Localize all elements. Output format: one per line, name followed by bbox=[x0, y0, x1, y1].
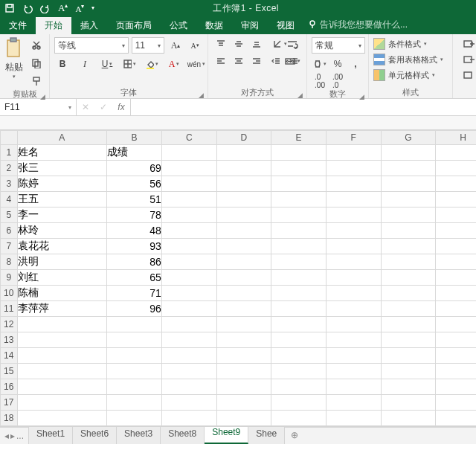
sheet-overflow[interactable]: ... bbox=[16, 431, 24, 441]
sheet-next-icon[interactable]: ▸ bbox=[10, 431, 15, 441]
cell[interactable] bbox=[216, 192, 271, 208]
cell[interactable] bbox=[271, 348, 327, 364]
cell[interactable]: 93 bbox=[107, 239, 162, 254]
cell[interactable]: 成绩 bbox=[107, 145, 162, 161]
cell[interactable] bbox=[271, 332, 327, 348]
cell[interactable] bbox=[326, 176, 381, 192]
cell[interactable] bbox=[381, 223, 436, 239]
cell[interactable] bbox=[161, 286, 216, 301]
cell[interactable] bbox=[381, 239, 436, 254]
save-icon[interactable] bbox=[4, 3, 15, 13]
cell[interactable] bbox=[271, 395, 327, 411]
cell[interactable] bbox=[326, 208, 381, 223]
cell[interactable] bbox=[326, 254, 381, 270]
sheet-tab[interactable]: Sheet9 bbox=[205, 424, 248, 444]
sheet-prev-icon[interactable]: ◂ bbox=[4, 431, 9, 441]
cell[interactable] bbox=[381, 176, 436, 192]
cell[interactable] bbox=[161, 426, 216, 428]
cell[interactable] bbox=[216, 223, 271, 239]
row-header[interactable]: 12 bbox=[1, 317, 18, 332]
conditional-format-button[interactable]: 条件格式▾ bbox=[373, 37, 448, 51]
cell[interactable] bbox=[107, 317, 162, 332]
cell[interactable]: 56 bbox=[107, 176, 162, 192]
cell[interactable]: 71 bbox=[107, 286, 162, 301]
col-header[interactable]: B bbox=[107, 131, 162, 145]
cell[interactable] bbox=[326, 301, 381, 317]
tab-page-layout[interactable]: 页面布局 bbox=[107, 17, 161, 34]
cell[interactable] bbox=[271, 301, 327, 317]
col-header[interactable]: G bbox=[381, 131, 436, 145]
cell[interactable] bbox=[381, 426, 436, 428]
row-header[interactable]: 11 bbox=[1, 301, 18, 317]
tab-view[interactable]: 视图 bbox=[268, 17, 303, 34]
row-header[interactable]: 4 bbox=[1, 192, 18, 208]
comma-icon[interactable]: , bbox=[347, 57, 364, 71]
merge-center-icon[interactable]: ▾ bbox=[283, 54, 302, 68]
table-row[interactable]: 17 bbox=[1, 395, 477, 411]
cell[interactable] bbox=[216, 348, 271, 364]
cell[interactable] bbox=[271, 426, 327, 428]
cell[interactable] bbox=[17, 348, 107, 364]
cell[interactable] bbox=[161, 192, 216, 208]
cell[interactable] bbox=[216, 317, 271, 332]
redo-icon[interactable] bbox=[40, 3, 51, 13]
sheet-tab[interactable]: Shee bbox=[248, 425, 285, 444]
cell[interactable] bbox=[17, 317, 107, 332]
format-painter-icon[interactable] bbox=[28, 74, 45, 88]
cell[interactable] bbox=[381, 348, 436, 364]
cell[interactable] bbox=[161, 239, 216, 254]
row-header[interactable]: 17 bbox=[1, 395, 18, 411]
row-header[interactable]: 18 bbox=[1, 411, 18, 426]
cell[interactable] bbox=[216, 161, 271, 176]
cell[interactable] bbox=[271, 208, 327, 223]
bold-button[interactable]: B bbox=[54, 57, 71, 71]
cell[interactable] bbox=[216, 364, 271, 379]
table-row[interactable]: 19 bbox=[1, 426, 477, 428]
cell[interactable] bbox=[381, 332, 436, 348]
tab-file[interactable]: 文件 bbox=[0, 17, 36, 34]
cell[interactable] bbox=[271, 270, 327, 286]
sheet-tab[interactable]: Sheet8 bbox=[161, 425, 205, 444]
decrease-decimal-icon[interactable]: .00.0 bbox=[329, 74, 346, 88]
table-row[interactable]: 18 bbox=[1, 411, 477, 426]
cell[interactable]: 姓名 bbox=[17, 145, 107, 161]
cell[interactable] bbox=[216, 379, 271, 395]
table-row[interactable]: 2张三69 bbox=[1, 161, 477, 176]
cell[interactable] bbox=[381, 379, 436, 395]
cell[interactable] bbox=[17, 411, 107, 426]
cell[interactable]: 65 bbox=[107, 270, 162, 286]
cell[interactable] bbox=[216, 208, 271, 223]
cell[interactable] bbox=[271, 223, 327, 239]
cell[interactable] bbox=[271, 379, 327, 395]
cut-icon[interactable] bbox=[28, 39, 45, 52]
cell[interactable] bbox=[271, 254, 327, 270]
col-header[interactable]: D bbox=[216, 131, 271, 145]
formula-input[interactable] bbox=[131, 99, 476, 115]
cell[interactable] bbox=[271, 364, 327, 379]
cell[interactable] bbox=[271, 286, 327, 301]
cell[interactable] bbox=[436, 379, 476, 395]
cell[interactable]: 刘红 bbox=[17, 270, 107, 286]
cell[interactable] bbox=[161, 176, 216, 192]
cell[interactable] bbox=[17, 332, 107, 348]
table-row[interactable]: 8洪明86 bbox=[1, 254, 477, 270]
cell[interactable] bbox=[381, 301, 436, 317]
col-header[interactable]: A bbox=[17, 131, 107, 145]
row-header[interactable]: 1 bbox=[1, 145, 18, 161]
cell[interactable] bbox=[436, 301, 476, 317]
cell[interactable] bbox=[216, 254, 271, 270]
cell[interactable] bbox=[436, 223, 476, 239]
cell[interactable] bbox=[436, 176, 476, 192]
cell[interactable] bbox=[326, 395, 381, 411]
cell[interactable]: 洪明 bbox=[17, 254, 107, 270]
cell[interactable] bbox=[326, 286, 381, 301]
cell[interactable] bbox=[436, 332, 476, 348]
table-row[interactable]: 12 bbox=[1, 317, 477, 332]
cell[interactable]: 李萍萍 bbox=[17, 301, 107, 317]
tab-insert[interactable]: 插入 bbox=[71, 17, 107, 34]
cell[interactable] bbox=[436, 192, 476, 208]
cell[interactable] bbox=[107, 395, 162, 411]
tab-data[interactable]: 数据 bbox=[196, 17, 232, 34]
cell[interactable] bbox=[161, 332, 216, 348]
cell[interactable] bbox=[436, 395, 476, 411]
